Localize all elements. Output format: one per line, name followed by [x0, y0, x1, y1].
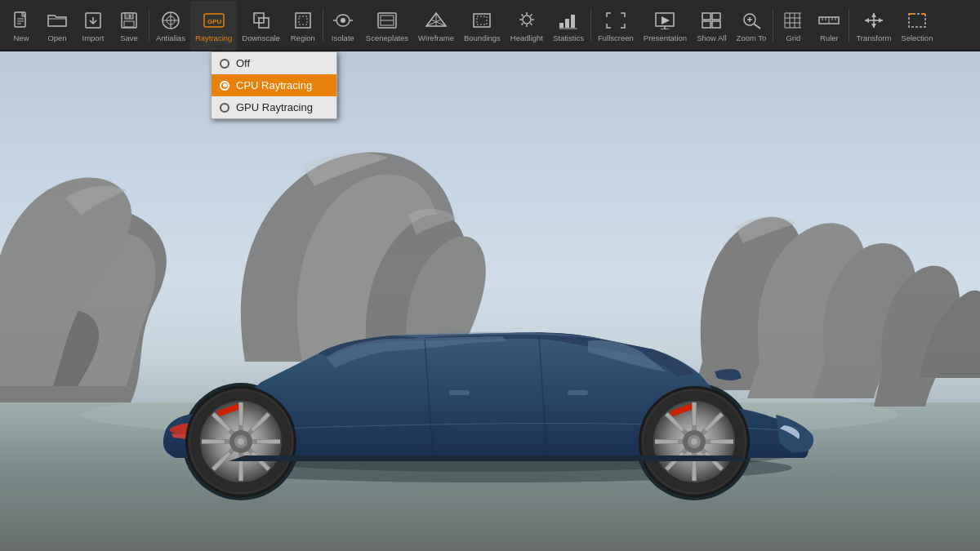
divider-4: [773, 9, 773, 42]
transform-label: Transform: [856, 33, 891, 42]
showall-label: Show All: [697, 33, 726, 42]
dropdown-gpu-label: GPU Raytracing: [236, 101, 313, 113]
scene-svg: [0, 51, 980, 551]
raytracing-icon: GPU: [203, 9, 225, 32]
svg-text:GPU: GPU: [207, 18, 222, 25]
svg-rect-18: [296, 13, 310, 28]
grid-icon: [782, 9, 804, 32]
toolbar-statistics[interactable]: Statistics: [548, 1, 589, 50]
svg-point-106: [238, 438, 244, 445]
svg-point-21: [341, 18, 345, 23]
toolbar: New Open Import: [0, 0, 980, 51]
svg-rect-88: [568, 390, 588, 395]
toolbar-grid[interactable]: Grid: [775, 1, 811, 50]
radio-gpu: [220, 103, 229, 113]
new-label: New: [13, 33, 29, 42]
svg-line-41: [521, 23, 523, 24]
zoomto-label: Zoom To: [737, 33, 767, 42]
toolbar-open[interactable]: Open: [39, 1, 75, 50]
sceneplates-label: Sceneplates: [366, 33, 408, 42]
toolbar-zoomto[interactable]: Zoom To: [732, 1, 772, 50]
svg-rect-87: [449, 390, 470, 395]
isolate-label: Isolate: [332, 33, 354, 42]
toolbar-new[interactable]: New: [3, 1, 39, 50]
divider-5: [849, 9, 849, 42]
rocks-left: [0, 178, 167, 402]
wireframe-label: Wireframe: [418, 33, 454, 42]
selection-icon: [906, 9, 929, 32]
svg-marker-49: [662, 16, 670, 24]
svg-rect-53: [712, 21, 720, 28]
svg-rect-52: [702, 21, 710, 28]
svg-line-40: [530, 14, 532, 16]
svg-marker-76: [865, 18, 869, 23]
toolbar-transform[interactable]: Transform: [851, 1, 896, 50]
antialias-label: Antialias: [156, 33, 185, 42]
toolbar-showall[interactable]: Show All: [692, 1, 731, 50]
toolbar-raytracing[interactable]: GPU Raytracing: [190, 1, 237, 50]
toolbar-selection[interactable]: Selection: [896, 1, 938, 50]
divider-1: [149, 9, 149, 42]
toolbar-region[interactable]: Region: [285, 1, 321, 50]
toolbar-presentation[interactable]: Presentation: [639, 1, 692, 50]
toolbar-downscale[interactable]: Downscale: [237, 1, 284, 50]
svg-rect-51: [712, 13, 720, 20]
zoomto-icon: [740, 9, 763, 32]
toolbar-import[interactable]: Import: [75, 1, 111, 50]
radio-cpu: [220, 81, 229, 91]
dropdown-gpu[interactable]: GPU Raytracing: [212, 96, 336, 118]
svg-rect-78: [909, 14, 925, 27]
divider-3: [590, 9, 591, 42]
isolate-icon: [332, 9, 354, 32]
showall-icon: [700, 9, 723, 32]
transform-icon: [862, 9, 885, 32]
svg-point-125: [691, 438, 697, 445]
raytracing-dropdown: Off CPU Raytracing GPU Raytracing: [211, 51, 337, 119]
toolbar-wireframe[interactable]: Wireframe: [413, 1, 459, 50]
svg-rect-8: [124, 21, 134, 27]
svg-line-55: [754, 24, 760, 29]
save-label: Save: [120, 33, 138, 42]
open-label: Open: [47, 33, 66, 42]
svg-marker-74: [871, 13, 876, 17]
dropdown-cpu[interactable]: CPU Raytracing: [212, 74, 336, 96]
svg-rect-42: [559, 23, 564, 28]
toolbar-antialias[interactable]: Antialias: [151, 1, 190, 50]
new-icon: [10, 9, 33, 32]
region-label: Region: [291, 33, 315, 42]
toolbar-isolate[interactable]: Isolate: [325, 1, 361, 50]
dropdown-off-label: Off: [236, 57, 250, 69]
raytracing-label: Raytracing: [195, 33, 232, 42]
svg-line-39: [530, 23, 532, 24]
svg-rect-19: [299, 16, 307, 24]
toolbar-fullscreen[interactable]: Fullscreen: [593, 1, 639, 50]
toolbar-boundings[interactable]: Boundings: [459, 1, 506, 50]
svg-rect-31: [474, 14, 490, 27]
toolbar-ruler[interactable]: Ruler: [811, 1, 847, 50]
toolbar-headlight[interactable]: Headlight: [506, 1, 548, 50]
svg-line-38: [521, 14, 523, 16]
downscale-label: Downscale: [242, 33, 279, 42]
dropdown-cpu-label: CPU Raytracing: [236, 79, 312, 91]
sceneplates-icon: [376, 9, 399, 32]
dropdown-off[interactable]: Off: [212, 52, 336, 74]
fullscreen-icon: [604, 9, 627, 32]
toolbar-save[interactable]: Save: [111, 1, 147, 50]
headlight-label: Headlight: [510, 33, 543, 42]
boundings-icon: [470, 9, 493, 32]
region-icon: [292, 9, 314, 32]
downscale-icon: [250, 9, 273, 32]
svg-marker-75: [871, 24, 876, 28]
import-label: Import: [82, 33, 105, 42]
statistics-icon: [557, 9, 580, 32]
grid-label: Grid: [786, 33, 800, 42]
antialias-icon: [159, 9, 182, 32]
import-icon: [82, 9, 105, 32]
ruler-label: Ruler: [820, 33, 839, 42]
divider-2: [323, 9, 323, 42]
toolbar-sceneplates[interactable]: Sceneplates: [361, 1, 413, 50]
svg-rect-32: [477, 16, 487, 24]
presentation-label: Presentation: [644, 33, 687, 42]
svg-rect-44: [571, 15, 575, 28]
headlight-icon: [515, 9, 538, 32]
